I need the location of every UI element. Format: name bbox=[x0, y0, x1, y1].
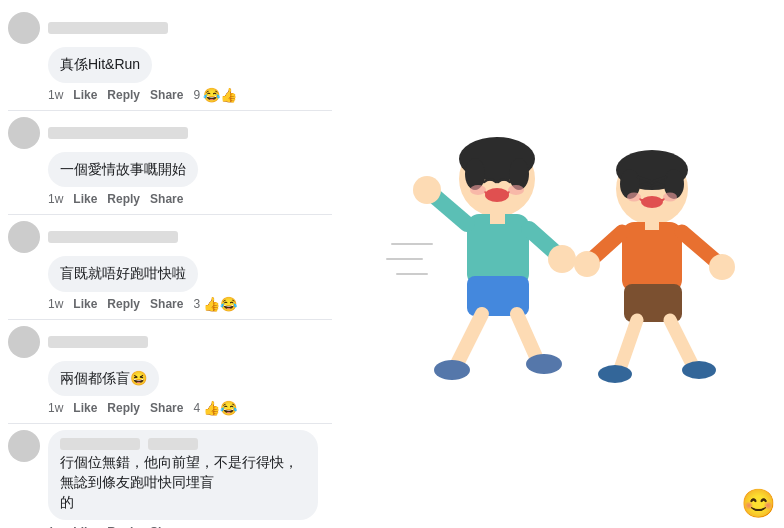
svg-rect-28 bbox=[645, 217, 659, 230]
reactions-1: 9 😂 👍 bbox=[193, 87, 237, 103]
svg-point-6 bbox=[508, 185, 524, 195]
running-illustration bbox=[372, 114, 752, 414]
comment-actions-1: 1w Like Reply Share 9 😂 👍 bbox=[48, 86, 332, 104]
bottom-right-emoji: 😊 bbox=[741, 487, 776, 520]
comment-item-1: 真係Hit&Run 1w Like Reply Share 9 😂 👍 bbox=[0, 8, 340, 106]
comments-section: 真係Hit&Run 1w Like Reply Share 9 😂 👍 bbox=[0, 0, 784, 528]
svg-point-26 bbox=[663, 193, 677, 202]
comment-header-3 bbox=[8, 221, 332, 253]
comment-text-3: 盲既就唔好跑咁快啦 bbox=[60, 265, 186, 281]
large-name-placeholder-1 bbox=[60, 438, 140, 450]
svg-line-14 bbox=[457, 314, 482, 364]
comment-item-4: 兩個都係盲😆 1w Like Reply Share 4 👍 😂 bbox=[0, 322, 340, 420]
reply-button-3[interactable]: Reply bbox=[103, 295, 144, 313]
like-button-4[interactable]: Like bbox=[69, 399, 101, 417]
comment-time-1: 1w bbox=[48, 88, 63, 102]
like-button-1[interactable]: Like bbox=[69, 86, 101, 104]
large-like-button[interactable]: Like bbox=[69, 523, 101, 528]
comment-time-2: 1w bbox=[48, 192, 63, 206]
comment-bubble-3: 盲既就唔好跑咁快啦 bbox=[48, 256, 198, 292]
like-button-2[interactable]: Like bbox=[69, 190, 101, 208]
name-placeholder-4 bbox=[48, 336, 148, 348]
comment-bubble-4: 兩個都係盲😆 bbox=[48, 361, 159, 397]
comment-header-2 bbox=[8, 117, 332, 149]
share-button-4[interactable]: Share bbox=[146, 399, 187, 417]
svg-rect-27 bbox=[622, 222, 682, 292]
comment-item-2: 一個愛情故事嘅開始 1w Like Reply Share bbox=[0, 113, 340, 211]
avatar-4 bbox=[8, 326, 40, 358]
large-name-row bbox=[60, 438, 306, 450]
comment-text-2: 一個愛情故事嘅開始 bbox=[60, 161, 186, 177]
reactions-4: 4 👍 😂 bbox=[193, 400, 237, 416]
large-name-placeholder-2 bbox=[148, 438, 198, 450]
comment-actions-3: 1w Like Reply Share 3 👍 😂 bbox=[48, 295, 332, 313]
reactions-3: 3 👍 😂 bbox=[193, 296, 237, 312]
svg-point-24 bbox=[641, 196, 663, 208]
reaction-count-4: 4 bbox=[193, 401, 200, 415]
large-comment-text: 行個位無錯，他向前望，不是行得快，無諗到條友跑咁快同埋盲的 bbox=[60, 454, 298, 509]
share-button-1[interactable]: Share bbox=[146, 86, 187, 104]
svg-point-17 bbox=[526, 354, 562, 374]
separator-1 bbox=[8, 110, 332, 111]
svg-rect-7 bbox=[467, 214, 529, 286]
reaction-count-1: 9 bbox=[193, 88, 200, 102]
svg-point-15 bbox=[434, 360, 470, 380]
emoji-laugh-1: 😂 bbox=[203, 87, 220, 103]
comment-item-3: 盲既就唔好跑咁快啦 1w Like Reply Share 3 👍 😂 bbox=[0, 217, 340, 315]
comment-bubble-1: 真係Hit&Run bbox=[48, 47, 152, 83]
comment-actions-4: 1w Like Reply Share 4 👍 😂 bbox=[48, 399, 332, 417]
right-panel bbox=[340, 0, 784, 528]
svg-point-30 bbox=[574, 251, 600, 277]
large-comment-bubble: 行個位無錯，他向前望，不是行得快，無諗到條友跑咁快同埋盲的 bbox=[48, 430, 318, 520]
separator-3 bbox=[8, 319, 332, 320]
svg-rect-8 bbox=[490, 209, 505, 224]
comment-time-4: 1w bbox=[48, 401, 63, 415]
svg-point-37 bbox=[682, 361, 716, 379]
comment-actions-2: 1w Like Reply Share bbox=[48, 190, 332, 208]
svg-line-16 bbox=[517, 314, 537, 359]
comment-text-4: 兩個都係盲😆 bbox=[60, 370, 147, 386]
separator-4 bbox=[8, 423, 332, 424]
svg-point-25 bbox=[627, 193, 641, 202]
name-placeholder-3 bbox=[48, 231, 178, 243]
avatar-2 bbox=[8, 117, 40, 149]
large-comment-content: 行個位無錯，他向前望，不是行得快，無諗到條友跑咁快同埋盲的 1w Like Re… bbox=[48, 430, 332, 528]
reply-button-2[interactable]: Reply bbox=[103, 190, 144, 208]
large-reply-button[interactable]: Reply bbox=[103, 523, 144, 528]
reply-button-4[interactable]: Reply bbox=[103, 399, 144, 417]
svg-point-3 bbox=[509, 158, 529, 190]
share-button-3[interactable]: Share bbox=[146, 295, 187, 313]
emoji-like-1: 👍 bbox=[220, 87, 237, 103]
reaction-count-3: 3 bbox=[193, 297, 200, 311]
svg-point-10 bbox=[413, 176, 441, 204]
svg-point-2 bbox=[465, 158, 485, 190]
share-button-2[interactable]: Share bbox=[146, 190, 187, 208]
comment-bubble-2: 一個愛情故事嘅開始 bbox=[48, 152, 198, 188]
name-placeholder-1 bbox=[48, 22, 168, 34]
svg-line-31 bbox=[682, 232, 717, 262]
svg-point-5 bbox=[470, 185, 486, 195]
svg-line-29 bbox=[592, 232, 622, 259]
emoji-laugh-3: 😂 bbox=[220, 296, 237, 312]
reply-button-1[interactable]: Reply bbox=[103, 86, 144, 104]
like-button-3[interactable]: Like bbox=[69, 295, 101, 313]
emoji-like-3: 👍 bbox=[203, 296, 220, 312]
svg-point-4 bbox=[485, 188, 509, 202]
large-share-button[interactable]: Share bbox=[146, 523, 187, 528]
comment-header-4 bbox=[8, 326, 332, 358]
svg-point-12 bbox=[548, 245, 576, 273]
large-comment-actions: 1w Like Reply Share bbox=[48, 523, 332, 528]
svg-point-32 bbox=[709, 254, 735, 280]
separator-2 bbox=[8, 214, 332, 215]
name-placeholder-2 bbox=[48, 127, 188, 139]
svg-line-36 bbox=[670, 320, 692, 364]
large-comment-item: 行個位無錯，他向前望，不是行得快，無諗到條友跑咁快同埋盲的 1w Like Re… bbox=[0, 426, 340, 528]
svg-point-35 bbox=[598, 365, 632, 383]
comment-time-3: 1w bbox=[48, 297, 63, 311]
avatar-1 bbox=[8, 12, 40, 44]
emoji-smile-bottom: 😊 bbox=[741, 488, 776, 519]
left-panel: 真係Hit&Run 1w Like Reply Share 9 😂 👍 bbox=[0, 0, 340, 528]
large-comment-avatar bbox=[8, 430, 40, 462]
comment-header-1 bbox=[8, 12, 332, 44]
emoji-like-4: 👍 bbox=[203, 400, 220, 416]
